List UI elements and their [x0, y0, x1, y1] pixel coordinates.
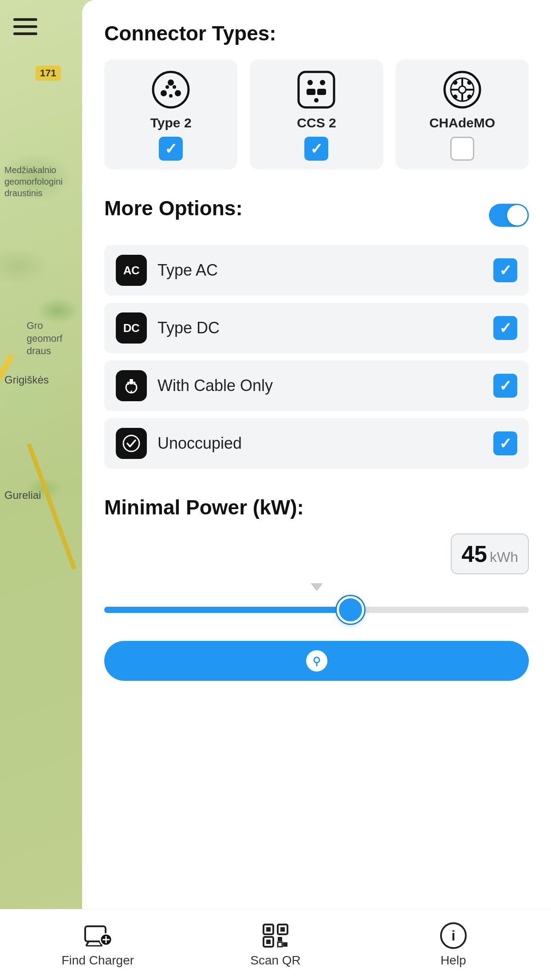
action-button[interactable] — [104, 641, 529, 681]
help-icon: i — [438, 922, 469, 949]
unoccupied-icon-badge — [116, 428, 147, 459]
svg-rect-11 — [317, 89, 326, 95]
type2-checkbox[interactable]: ✓ — [159, 137, 183, 161]
power-slider[interactable] — [104, 597, 529, 623]
ccs2-checkbox[interactable]: ✓ — [304, 137, 328, 161]
ccs2-icon — [297, 70, 336, 109]
cable-only-icon-badge — [116, 370, 147, 401]
find-charger-icon — [82, 922, 113, 949]
type2-checkmark: ✓ — [165, 141, 177, 156]
option-row-type-dc[interactable]: DC Type DC ✓ — [104, 303, 529, 353]
bottom-nav: Find Charger Scan QR i Hel — [0, 909, 551, 980]
hamburger-line-2 — [13, 25, 37, 28]
type2-label: Type 2 — [150, 115, 192, 130]
power-title: Minimal Power (kW): — [104, 495, 529, 519]
chademo-icon — [443, 70, 482, 109]
svg-point-13 — [445, 72, 480, 107]
more-options-header: More Options: — [104, 196, 529, 234]
power-value: 45 — [461, 541, 487, 567]
connector-card-chademo[interactable]: CHAdeMO — [396, 59, 529, 170]
hamburger-line-1 — [13, 18, 37, 21]
slider-thumb[interactable] — [337, 596, 364, 624]
svg-point-2 — [161, 90, 167, 96]
connector-card-ccs2[interactable]: CCS 2 ✓ — [250, 59, 383, 170]
map-label-2: Grigiškės — [4, 373, 49, 387]
type-ac-checkbox[interactable]: ✓ — [493, 258, 517, 282]
svg-point-20 — [453, 80, 457, 85]
check-circle-icon — [122, 434, 141, 453]
scan-qr-label: Scan QR — [250, 953, 301, 968]
svg-point-22 — [453, 95, 457, 99]
option-row-cable-only[interactable]: With Cable Only ✓ — [104, 360, 529, 411]
svg-point-4 — [165, 85, 169, 89]
scan-qr-icon — [260, 922, 291, 949]
svg-rect-26 — [127, 382, 129, 385]
map-pin-icon — [83, 923, 113, 948]
action-button-icon — [306, 650, 327, 672]
unoccupied-label: Unoccupied — [157, 434, 483, 453]
ccs2-label: CCS 2 — [297, 115, 336, 130]
svg-point-23 — [467, 80, 472, 85]
nav-scan-qr[interactable]: Scan QR — [187, 922, 365, 968]
type-dc-label: Type DC — [157, 319, 483, 337]
type-ac-icon-badge: AC — [116, 255, 147, 286]
type-ac-icon-text: AC — [123, 264, 140, 277]
chademo-checkbox[interactable] — [450, 137, 474, 161]
nav-find-charger[interactable]: Find Charger — [9, 922, 187, 968]
connector-types-title: Connector Types: — [104, 21, 529, 45]
type-ac-label: Type AC — [157, 261, 483, 280]
connector-card-type2[interactable]: Type 2 ✓ — [104, 59, 237, 170]
location-icon — [311, 655, 323, 667]
find-charger-label: Find Charger — [62, 953, 134, 968]
svg-point-1 — [168, 79, 174, 86]
power-unit: kWh — [490, 549, 518, 565]
svg-rect-47 — [278, 942, 282, 947]
type-dc-icon-badge: DC — [116, 312, 147, 344]
svg-rect-27 — [134, 382, 135, 385]
info-circle-icon: i — [440, 922, 467, 949]
type2-icon — [151, 70, 190, 109]
svg-point-30 — [314, 657, 319, 663]
type-dc-checkbox[interactable]: ✓ — [493, 316, 517, 340]
plug-icon — [123, 377, 140, 394]
svg-rect-46 — [283, 942, 287, 947]
map-label-1: Medžiakalniogeomorfologinidraustinis — [4, 164, 75, 199]
unoccupied-checkbox[interactable]: ✓ — [493, 431, 517, 455]
svg-rect-45 — [278, 937, 282, 941]
slider-track — [104, 607, 529, 613]
svg-point-21 — [467, 95, 472, 99]
nav-help[interactable]: i Help — [364, 922, 542, 968]
svg-point-12 — [314, 98, 319, 103]
svg-point-5 — [173, 85, 176, 89]
svg-point-0 — [153, 72, 189, 107]
svg-rect-44 — [266, 940, 271, 944]
cable-only-checkbox[interactable]: ✓ — [493, 374, 517, 398]
connector-cards: Type 2 ✓ CCS 2 ✓ — [104, 59, 529, 170]
more-options-title: More Options: — [104, 196, 243, 220]
cable-only-label: With Cable Only — [157, 376, 483, 395]
map-badge: 171 — [35, 66, 61, 81]
svg-point-6 — [169, 94, 173, 98]
chademo-label: CHAdeMO — [429, 115, 495, 130]
ccs2-checkmark: ✓ — [310, 141, 323, 156]
option-row-type-ac[interactable]: AC Type AC ✓ — [104, 245, 529, 296]
svg-point-9 — [320, 80, 325, 85]
svg-rect-42 — [280, 927, 285, 932]
hamburger-menu-button[interactable] — [13, 13, 44, 40]
svg-point-8 — [307, 80, 313, 85]
type-dc-icon-text: DC — [123, 321, 140, 335]
svg-rect-40 — [266, 927, 271, 932]
power-bubble-wrap: 45 kWh — [104, 533, 529, 583]
power-value-bubble: 45 kWh — [451, 533, 529, 574]
option-row-unoccupied[interactable]: Unoccupied ✓ — [104, 418, 529, 469]
hamburger-line-3 — [13, 32, 37, 35]
more-options-toggle[interactable] — [489, 204, 529, 227]
svg-rect-10 — [307, 89, 315, 95]
map-label-3: Grogeomorfdraus — [27, 320, 63, 358]
svg-point-29 — [123, 435, 139, 451]
slider-fill — [104, 607, 350, 613]
map-label-4: Gureliai — [4, 488, 41, 502]
svg-text:i: i — [451, 928, 455, 944]
power-section: Minimal Power (kW): 45 kWh — [104, 495, 529, 623]
toggle-knob — [507, 205, 527, 225]
